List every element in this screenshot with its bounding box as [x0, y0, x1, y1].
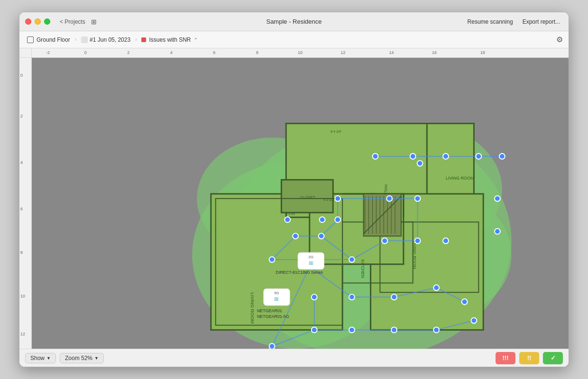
back-label: < Projects: [60, 18, 85, 25]
svg-text:2G: 2G: [309, 255, 314, 259]
left-ruler-8: 8: [20, 250, 23, 255]
titlebar: < Projects ⊞ Sample - Residence Resume s…: [19, 12, 569, 31]
svg-text:≋: ≋: [274, 295, 279, 303]
show-button[interactable]: Show ▼: [25, 353, 56, 363]
show-dropdown-icon: ▼: [46, 356, 51, 361]
svg-point-90: [391, 294, 397, 300]
left-ruler-4: 4: [20, 160, 23, 165]
breadcrumb-arrow-2: ›: [135, 37, 137, 42]
svg-point-71: [495, 196, 500, 201]
svg-point-95: [349, 327, 355, 333]
floor-label: Ground Floor: [37, 36, 70, 43]
svg-text:NETGEAR01-5G: NETGEAR01-5G: [257, 314, 289, 319]
scan-icon: [81, 36, 88, 43]
svg-point-96: [391, 327, 397, 333]
left-ruler-2: 2: [20, 114, 23, 118]
svg-point-93: [269, 343, 275, 349]
resume-scanning-button[interactable]: Resume scanning: [465, 18, 516, 26]
ruler-mark--2: -2: [46, 50, 50, 55]
floorplan-svg: LIVING ROOM LIVING ROOM KITCHEN LIVING R…: [32, 58, 569, 349]
svg-point-98: [471, 318, 477, 324]
svg-point-86: [319, 233, 324, 239]
back-projects-button[interactable]: < Projects: [58, 18, 87, 26]
svg-text:6 2'1/2': 6 2'1/2': [324, 198, 334, 201]
floor-icon: [27, 36, 34, 43]
left-ruler-12: 12: [20, 332, 25, 336]
svg-point-76: [386, 196, 392, 201]
svg-point-74: [335, 217, 340, 223]
export-report-button[interactable]: Export report...: [520, 18, 563, 26]
statusbar: Show ▼ Zoom 52% ▼ !!! !! ✓: [19, 349, 569, 367]
ap-2g[interactable]: 2G ≋: [298, 253, 324, 270]
filter-icon[interactable]: ⚙: [556, 35, 563, 44]
svg-point-70: [499, 153, 505, 159]
svg-point-66: [373, 153, 378, 159]
svg-text:DIRECT-81C1860 Series: DIRECT-81C1860 Series: [276, 270, 323, 275]
signal-bad-button[interactable]: !!!: [496, 352, 515, 364]
zoom-dropdown-icon: ▼: [94, 356, 99, 361]
close-button[interactable]: [25, 18, 31, 25]
svg-point-69: [476, 153, 481, 159]
svg-point-97: [433, 327, 439, 333]
svg-point-68: [443, 153, 449, 159]
ruler-mark-2: 2: [127, 50, 129, 55]
signal-warn-button[interactable]: !!: [519, 352, 539, 364]
svg-text:8 4 1/4': 8 4 1/4': [331, 130, 341, 133]
svg-point-67: [410, 153, 416, 159]
maximize-button[interactable]: [44, 18, 50, 25]
ap-5g[interactable]: 5G ≋: [264, 289, 290, 306]
svg-point-78: [417, 161, 423, 166]
grid-icon: ⊞: [91, 18, 97, 26]
svg-text:LIVING ROOM: LIVING ROOM: [446, 176, 474, 180]
breadcrumb-arrow-1: ›: [75, 37, 76, 42]
svg-point-81: [349, 257, 355, 262]
svg-text:≋: ≋: [308, 259, 314, 267]
ruler-mark-8: 8: [256, 50, 258, 55]
svg-point-75: [335, 196, 340, 201]
left-ruler-0: 0: [20, 73, 23, 78]
svg-point-84: [443, 238, 449, 244]
ruler-mark-10: 10: [298, 50, 303, 55]
svg-point-73: [320, 217, 325, 223]
svg-text:5G: 5G: [274, 291, 279, 295]
ruler-mark-14: 14: [389, 50, 394, 55]
zoom-button[interactable]: Zoom 52% ▼: [60, 353, 104, 363]
left-ruler-6: 6: [20, 207, 23, 211]
svg-point-83: [415, 238, 421, 244]
issues-label: Issues with SNR: [149, 36, 191, 43]
svg-point-92: [462, 299, 468, 305]
ruler-mark-18: 18: [480, 50, 485, 55]
toolbar: Ground Floor › #1 Jun 05, 2023 › Issues …: [19, 31, 569, 48]
svg-point-89: [349, 294, 355, 300]
show-label: Show: [30, 355, 45, 361]
signal-good-button[interactable]: ✓: [543, 352, 563, 364]
titlebar-actions: Resume scanning Export report...: [465, 18, 563, 26]
ruler-corner: [19, 48, 32, 58]
svg-point-94: [312, 327, 317, 333]
svg-point-72: [285, 217, 290, 223]
svg-point-79: [269, 257, 275, 262]
scan-label: #1 Jun 05, 2023: [90, 36, 130, 43]
issues-dropdown-icon: ⌃: [194, 37, 198, 42]
traffic-lights: [25, 18, 50, 25]
svg-text:LIVING ROOM: LIVING ROOM: [250, 292, 255, 324]
ruler-mark-6: 6: [213, 50, 215, 55]
main-window: < Projects ⊞ Sample - Residence Resume s…: [19, 12, 569, 367]
svg-point-88: [312, 294, 317, 300]
ruler-mark-16: 16: [432, 50, 437, 55]
scan-selector[interactable]: #1 Jun 05, 2023: [79, 36, 132, 44]
zoom-label: Zoom 52%: [65, 355, 92, 361]
svg-text:KITCHEN: KITCHEN: [360, 260, 365, 278]
issues-selector[interactable]: Issues with SNR ⌃: [139, 36, 199, 44]
svg-point-85: [495, 228, 500, 234]
minimize-button[interactable]: [35, 18, 41, 25]
main-area: -2 0 2 4 6 8 10 12 14 16 18 0 2: [19, 48, 569, 349]
issues-dot: [141, 37, 146, 42]
svg-text:LIVING ROOM: LIVING ROOM: [412, 241, 417, 269]
floorplan-canvas[interactable]: LIVING ROOM LIVING ROOM KITCHEN LIVING R…: [32, 58, 569, 349]
svg-point-91: [433, 285, 439, 290]
svg-text:CLOSET: CLOSET: [300, 195, 315, 199]
floor-selector[interactable]: Ground Floor: [25, 36, 72, 44]
left-ruler-10: 10: [20, 294, 25, 298]
svg-text:2 9 5/8': 2 9 5/8': [286, 213, 295, 216]
